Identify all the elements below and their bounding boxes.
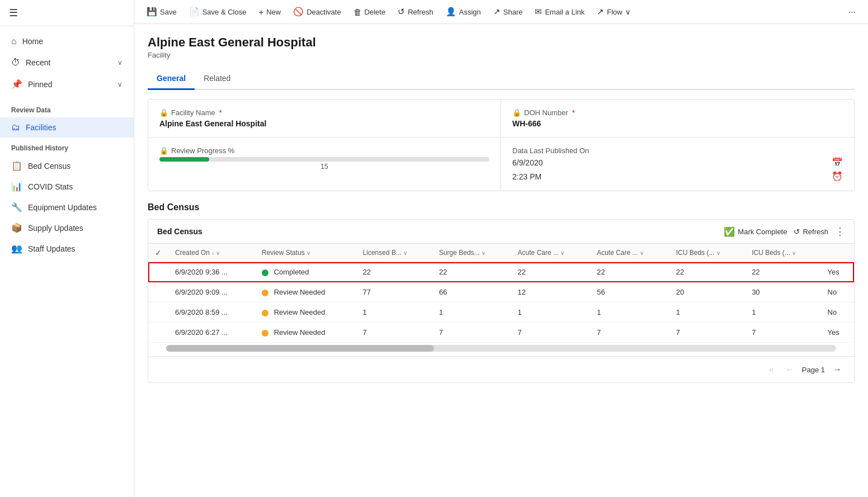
- sidebar-item-home-label: Home: [22, 37, 43, 46]
- sidebar: ☰ ⌂ Home ⏱ Recent ∨ 📌 Pinned ∨ Review Da…: [0, 0, 134, 497]
- equipment-icon: 🔧: [11, 202, 22, 212]
- row-icu-beds2: 30: [745, 282, 820, 302]
- tab-related[interactable]: Related: [195, 68, 239, 90]
- tabs: General Related: [148, 68, 855, 90]
- sidebar-item-equipment-updates[interactable]: 🔧 Equipment Updates: [0, 197, 134, 217]
- staff-label: Staff Updates: [28, 244, 76, 253]
- th-acute-care1[interactable]: Acute Care ... ∨: [511, 244, 591, 262]
- lock-icon-doh: 🔒: [512, 108, 521, 117]
- refresh-button[interactable]: ↺ Refresh: [392, 3, 439, 20]
- review-progress-label: Review Progress %: [171, 146, 234, 155]
- progress-bar-container: 15: [159, 157, 489, 171]
- th-created-on[interactable]: Created On ↓ ∨: [168, 244, 255, 262]
- lock-icon-facility: 🔒: [159, 108, 168, 117]
- email-button[interactable]: ✉ Email a Link: [529, 3, 590, 20]
- row-checkbox-cell: [148, 302, 168, 323]
- facility-name-value[interactable]: Alpine East General Hospital: [159, 119, 489, 128]
- row-acute-care2: 22: [590, 262, 669, 282]
- table-row[interactable]: 6/9/2020 9:09 ... Review Needed 77 66 12…: [148, 282, 854, 302]
- row-review-status: Completed: [255, 262, 356, 282]
- flow-button[interactable]: ↗ Flow ∨: [591, 3, 636, 20]
- recent-chevron: ∨: [117, 59, 122, 67]
- share-button[interactable]: ↗ Share: [488, 3, 529, 20]
- save-close-button[interactable]: 📄 Save & Close: [183, 3, 252, 20]
- supply-icon: 📦: [11, 223, 22, 233]
- refresh-icon: ↺: [398, 7, 405, 17]
- next-page-icon: →: [833, 365, 842, 374]
- row-acute-care1: 12: [511, 282, 591, 302]
- row-last-col: No: [821, 282, 854, 302]
- bed-census-refresh-button[interactable]: ↺ Refresh: [794, 228, 828, 236]
- assign-button[interactable]: 👤 Assign: [440, 3, 487, 20]
- row-icu-beds1: 7: [669, 323, 745, 343]
- calendar-icon[interactable]: 📅: [832, 157, 843, 168]
- email-icon: ✉: [535, 7, 542, 17]
- facility-name-label: Facility Name: [171, 108, 215, 117]
- tab-general[interactable]: General: [148, 68, 195, 90]
- flow-icon: ↗: [597, 7, 604, 17]
- th-review-status[interactable]: Review Status ∨: [255, 244, 356, 262]
- toolbar: 💾 Save 📄 Save & Close + New 🚫 Deactivate…: [134, 0, 868, 24]
- review-data-section: Review Data 🗂 Facilities: [0, 100, 134, 138]
- status-dot: [262, 290, 268, 296]
- deactivate-label: Deactivate: [306, 8, 341, 16]
- sidebar-item-facilities[interactable]: 🗂 Facilities: [0, 117, 134, 138]
- table-header-row: ✓ Created On ↓ ∨ Review Status ∨: [148, 244, 854, 262]
- clock-icon[interactable]: ⏰: [832, 171, 843, 182]
- sidebar-item-bed-census[interactable]: 📋 Bed Census: [0, 155, 134, 176]
- next-page-button[interactable]: →: [829, 362, 845, 377]
- acute-care2-sort: ∨: [640, 250, 644, 256]
- bed-census-section-title: Bed Census: [148, 202, 855, 212]
- progress-label: 15: [159, 163, 489, 171]
- th-acute-care2[interactable]: Acute Care ... ∨: [590, 244, 669, 262]
- bed-census-table-wrapper: ✓ Created On ↓ ∨ Review Status ∨: [148, 244, 854, 343]
- row-icu-beds2: 7: [745, 323, 820, 343]
- table-row[interactable]: 6/9/2020 6:27 ... Review Needed 7 7 7 7 …: [148, 323, 854, 343]
- sidebar-item-supply-updates[interactable]: 📦 Supply Updates: [0, 217, 134, 238]
- hamburger-menu[interactable]: ☰: [9, 7, 18, 18]
- sidebar-item-staff-updates[interactable]: 👥 Staff Updates: [0, 238, 134, 259]
- more-options-icon: ⋯: [848, 8, 856, 16]
- prev-page-button[interactable]: ←: [782, 362, 798, 377]
- sidebar-item-covid-stats[interactable]: 📊 COVID Stats: [0, 176, 134, 197]
- row-icu-beds1: 1: [669, 302, 745, 323]
- row-last-col: No: [821, 302, 854, 323]
- doh-value[interactable]: WH-666: [512, 119, 843, 128]
- header-checkmark[interactable]: ✓: [155, 248, 162, 257]
- review-data-title: Review Data: [0, 100, 134, 117]
- sidebar-item-recent[interactable]: ⏱ Recent ∨: [0, 52, 134, 73]
- bed-census-subcard-header: Bed Census ✅ Mark Complete ↺ Refresh ⋮: [148, 220, 854, 244]
- th-resize: [821, 244, 854, 262]
- mark-complete-button[interactable]: ✅ Mark Complete: [724, 226, 787, 237]
- row-icu-beds1: 22: [669, 262, 745, 282]
- save-button[interactable]: 💾 Save: [141, 3, 182, 20]
- delete-button[interactable]: 🗑 Delete: [348, 4, 391, 20]
- save-label: Save: [160, 8, 177, 16]
- table-row[interactable]: 6/9/2020 9:36 ... Completed 22 22 22 22 …: [148, 262, 854, 282]
- table-row[interactable]: 6/9/2020 8:59 ... Review Needed 1 1 1 1 …: [148, 302, 854, 323]
- table-scrollbar[interactable]: [166, 345, 836, 352]
- th-icu-beds2[interactable]: ICU Beds (... ∨: [745, 244, 820, 262]
- bed-census-more-icon[interactable]: ⋮: [835, 225, 845, 238]
- th-surge-beds[interactable]: Surge Beds... ∨: [432, 244, 511, 262]
- doh-label: DOH Number: [524, 108, 568, 117]
- th-icu-beds1[interactable]: ICU Beds (... ∨: [669, 244, 745, 262]
- table-body: 6/9/2020 9:36 ... Completed 22 22 22 22 …: [148, 262, 854, 343]
- equipment-label: Equipment Updates: [28, 203, 97, 212]
- time-value: 2:23 PM: [512, 172, 541, 181]
- facilities-label: Facilities: [26, 123, 56, 132]
- deactivate-button[interactable]: 🚫 Deactivate: [287, 3, 346, 20]
- sidebar-item-home[interactable]: ⌂ Home: [0, 31, 134, 52]
- row-last-col: Yes: [821, 262, 854, 282]
- row-icu-beds2: 1: [745, 302, 820, 323]
- facility-name-cell: 🔒 Facility Name * Alpine East General Ho…: [148, 100, 501, 137]
- first-page-button[interactable]: «: [766, 362, 777, 377]
- new-button[interactable]: + New: [253, 4, 286, 20]
- facilities-icon: 🗂: [11, 122, 20, 132]
- row-licensed-b: 77: [356, 282, 432, 302]
- row-surge-beds: 1: [432, 302, 511, 323]
- th-licensed-b[interactable]: Licensed B... ∨: [356, 244, 432, 262]
- sidebar-item-pinned[interactable]: 📌 Pinned ∨: [0, 73, 134, 95]
- row-acute-care1: 7: [511, 323, 591, 343]
- more-options-button[interactable]: ⋯: [843, 4, 861, 20]
